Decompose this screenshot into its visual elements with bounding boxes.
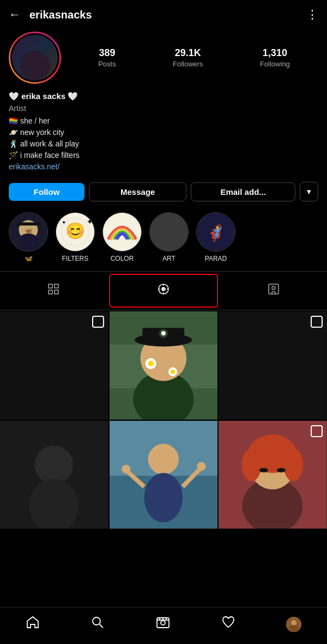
search-icon: [90, 615, 105, 633]
svg-point-42: [161, 331, 165, 335]
svg-point-54: [197, 462, 205, 470]
posts-label: Posts: [98, 60, 116, 68]
svg-point-50: [144, 473, 183, 522]
back-button[interactable]: ←: [9, 8, 21, 22]
grid-cell-5[interactable]: [110, 421, 218, 529]
highlights-row: 🦋 🦋 😊 ✦ ✦ FILTERS: [0, 210, 327, 271]
svg-point-38: [148, 361, 153, 366]
highlight-filters[interactable]: 😊 ✦ ✦ FILTERS: [56, 212, 95, 262]
top-nav: ← erikasnacks ⋮: [0, 0, 327, 27]
profile-avatar-nav: [286, 617, 301, 632]
highlight-color-img: [103, 213, 141, 251]
svg-point-72: [291, 620, 296, 625]
svg-rect-17: [49, 290, 52, 294]
svg-point-63: [93, 617, 100, 625]
display-name: 🤍 erika sacks 🤍: [9, 91, 318, 101]
highlight-color[interactable]: COLOR: [102, 212, 142, 262]
following-label: Following: [260, 60, 290, 68]
svg-point-45: [35, 445, 74, 484]
posts-stat[interactable]: 389 Posts: [98, 47, 116, 68]
reels-nav-icon: [156, 615, 170, 633]
corner-icon-3: [311, 316, 323, 328]
svg-point-2: [18, 234, 39, 250]
highlight-art-img: [150, 213, 188, 251]
nav-profile[interactable]: [277, 615, 310, 634]
svg-text:🦋: 🦋: [25, 227, 33, 235]
bio-artist: Artist: [9, 103, 318, 114]
nav-reels[interactable]: [147, 613, 179, 635]
svg-point-66: [161, 621, 165, 625]
grid-cell-6[interactable]: [219, 421, 327, 529]
heart-icon: [221, 615, 235, 633]
highlight-art-label: ART: [162, 255, 175, 262]
grid-cell-1[interactable]: [0, 311, 108, 420]
avatar[interactable]: [9, 32, 61, 84]
bio-link[interactable]: erikasacks.net/: [9, 162, 318, 171]
more-menu-button[interactable]: ⋮: [306, 8, 318, 22]
highlight-color-label: COLOR: [111, 255, 134, 262]
grid-icon: [47, 283, 60, 299]
svg-point-40: [171, 370, 175, 374]
tab-tagged[interactable]: [220, 272, 327, 310]
home-icon: [26, 615, 40, 633]
svg-rect-3: [17, 223, 40, 226]
svg-point-49: [148, 444, 178, 474]
corner-icon-1: [92, 316, 104, 328]
profile-header: 389 Posts 29.1K Followers 1,310 Followin…: [0, 27, 327, 91]
bio-line-4: 🪄 i make face filters: [9, 150, 318, 161]
grid-cell-4[interactable]: [0, 421, 108, 529]
bio-line-3: 🕺 all work & all play: [9, 138, 318, 150]
message-button[interactable]: Message: [89, 182, 186, 201]
nav-home[interactable]: [17, 613, 49, 635]
following-stat[interactable]: 1,310 Following: [260, 47, 290, 68]
svg-point-11: [118, 237, 126, 246]
username-label: erikasnacks: [29, 9, 306, 21]
bottom-nav: [0, 607, 327, 644]
highlight-butterfly[interactable]: 🦋 🦋: [9, 212, 48, 262]
svg-point-62: [277, 468, 286, 472]
followers-count: 29.1K: [175, 47, 201, 59]
svg-line-64: [100, 624, 104, 628]
reels-icon: [157, 283, 170, 299]
svg-point-53: [122, 464, 130, 473]
svg-text:🦸: 🦸: [206, 223, 226, 243]
bio-section: 🤍 erika sacks 🤍 Artist 🏳️‍🌈 she / her 🪐 …: [0, 91, 327, 179]
posts-count: 389: [99, 47, 115, 59]
svg-rect-16: [55, 284, 58, 288]
bio-line-1: 🏳️‍🌈 she / her: [9, 115, 318, 127]
highlight-butterfly-img: 🦋: [9, 213, 47, 251]
svg-text:✦: ✦: [87, 218, 93, 226]
photo-grid: [0, 311, 327, 529]
svg-text:😊: 😊: [65, 221, 86, 241]
grid-cell-2[interactable]: [110, 311, 218, 420]
bio-line-2: 🪐 new york city: [9, 127, 318, 138]
following-count: 1,310: [263, 47, 287, 59]
corner-icon-6: [311, 425, 323, 437]
highlight-parad[interactable]: 🦸 PARAD: [196, 212, 235, 262]
dropdown-button[interactable]: ▾: [300, 182, 318, 201]
followers-stat[interactable]: 29.1K Followers: [173, 47, 203, 68]
tagged-icon: [267, 283, 280, 299]
tab-reels[interactable]: [109, 274, 218, 308]
svg-rect-43: [219, 311, 327, 420]
svg-point-61: [259, 468, 268, 472]
follow-button[interactable]: Follow: [9, 183, 84, 201]
tab-grid[interactable]: [0, 272, 107, 310]
svg-text:✦: ✦: [62, 219, 66, 225]
grid-cell-3[interactable]: [219, 311, 327, 420]
svg-point-59: [242, 448, 262, 481]
svg-rect-15: [49, 284, 52, 288]
highlight-filters-img: 😊 ✦ ✦: [56, 213, 94, 251]
nav-heart[interactable]: [213, 613, 244, 635]
email-button[interactable]: Email add...: [191, 182, 295, 201]
svg-point-26: [272, 286, 275, 290]
highlight-filters-label: FILTERS: [62, 255, 88, 262]
svg-rect-25: [269, 284, 278, 294]
action-buttons: Follow Message Email add... ▾: [0, 179, 327, 210]
stats-row: 389 Posts 29.1K Followers 1,310 Followin…: [70, 47, 318, 68]
nav-search[interactable]: [82, 613, 113, 635]
svg-point-60: [283, 448, 303, 481]
highlight-art[interactable]: ART: [149, 212, 189, 262]
svg-rect-18: [55, 290, 58, 294]
svg-rect-30: [0, 311, 108, 420]
